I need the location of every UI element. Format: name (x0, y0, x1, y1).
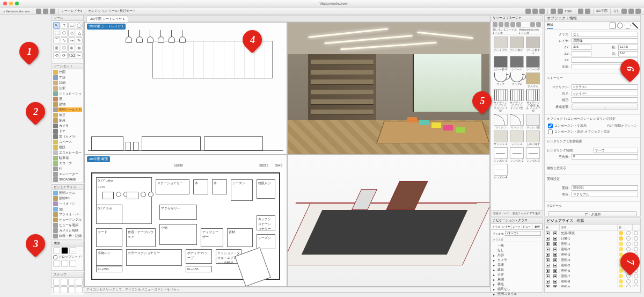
resource-item[interactable]: カップ2 (509, 73, 524, 88)
render-range-field[interactable]: すべて (594, 148, 638, 153)
on-check[interactable] (553, 285, 557, 288)
tool-button[interactable]: ⊕ (68, 45, 75, 52)
nav-tab[interactable]: シート (511, 224, 522, 229)
tool-button[interactable]: ▭ (68, 22, 75, 29)
tool-button[interactable]: ↖ (53, 22, 60, 29)
toolset-item[interactable]: スペース (53, 140, 82, 144)
on-check[interactable] (553, 237, 557, 241)
visualize-item[interactable]: ビューを選択 (53, 223, 82, 228)
class-tree-item[interactable]: ▸基礎 (492, 263, 541, 267)
toolset-item[interactable]: ドア (53, 129, 82, 134)
toolbar-icon[interactable] (36, 9, 41, 14)
tool-button[interactable]: ✎ (76, 37, 83, 44)
resource-item[interactable]: グレー新す1 (526, 37, 540, 54)
toolset-item[interactable]: 階段 (53, 145, 82, 150)
file-filter-b[interactable]: Vectorworks.vwx 1 こん後 (519, 28, 541, 34)
attr-icon[interactable] (53, 260, 60, 267)
layer-field[interactable]: 床面体 (572, 38, 638, 44)
snap-button[interactable] (53, 279, 60, 286)
on-check[interactable] (553, 242, 557, 246)
class-tree-item[interactable]: ▸建具 (492, 267, 541, 272)
view-icon[interactable] (530, 22, 535, 27)
perim-field[interactable]: マテリアル (572, 192, 638, 197)
shape-line-icon[interactable] (632, 23, 638, 28)
resource-item[interactable]: クレイボウ (493, 37, 508, 54)
resource-item[interactable]: サイディング グラ サ インチ Y型 (509, 89, 524, 112)
view-mode[interactable]: 3D/平面 (596, 9, 608, 13)
viewport-render[interactable] (287, 22, 490, 155)
resource-item[interactable]: グレー新す (509, 37, 524, 54)
dot-icon[interactable] (634, 285, 638, 287)
toolset-item[interactable]: エレベーター (53, 172, 82, 177)
toolset-item[interactable]: 寸法 (53, 75, 82, 80)
color-dot[interactable] (619, 247, 623, 251)
h-field[interactable]: 160 (618, 51, 638, 56)
toolset-item[interactable]: エスカレーター (53, 150, 82, 155)
toolbar-icon[interactable] (43, 9, 48, 14)
new-folder-button[interactable]: 新規フォルダ (513, 212, 529, 215)
dy-field[interactable] (572, 51, 591, 56)
tool-button[interactable]: ⊞ (53, 45, 60, 52)
snap-button[interactable] (76, 279, 83, 286)
dot-icon[interactable] (626, 247, 631, 251)
tool-button[interactable]: ⬚ (53, 30, 60, 37)
pen-swatch[interactable] (61, 247, 68, 254)
toolbar-icon[interactable] (558, 9, 563, 14)
offset-field[interactable] (572, 97, 638, 103)
viewport-plan[interactable]: 2D/平面 断面 16380 3645 58226 D.I.Y Labo FL=… (84, 155, 287, 287)
dx-field[interactable]: 395 (572, 45, 591, 50)
on-check[interactable] (553, 264, 557, 267)
filter-icon[interactable] (510, 22, 515, 27)
nav-tab[interactable]: ビュー (522, 224, 532, 229)
visualize-item[interactable]: 3D (53, 207, 82, 212)
visualize-item[interactable]: カメラと視線 (53, 228, 82, 233)
nav-tab[interactable]: クラス (491, 224, 501, 229)
visibility-check[interactable] (546, 280, 550, 284)
on-check[interactable] (553, 269, 557, 273)
tool-button[interactable]: △ (76, 30, 83, 37)
tool-button[interactable]: ⌒ (53, 37, 60, 44)
class-tree-item[interactable]: なし (492, 248, 541, 253)
tool-button[interactable]: ◇ (68, 30, 75, 37)
class-tree-item[interactable]: ▸縮尺なし (492, 287, 541, 292)
toolset-item[interactable]: 窓（カメラ） (53, 134, 82, 139)
snap-button[interactable] (68, 279, 75, 286)
color-dot[interactable] (619, 274, 623, 278)
zoom-window-button[interactable] (15, 2, 19, 5)
shape-rect-icon[interactable] (610, 23, 616, 28)
toolset-item[interactable]: カメラ (53, 124, 82, 128)
new-resource-button[interactable]: 新規リソース... (493, 212, 511, 215)
toolset-item[interactable]: 作図 (53, 70, 82, 75)
tool-button[interactable]: ◯ (76, 22, 83, 29)
home-icon[interactable] (493, 22, 497, 27)
visibility-check[interactable] (546, 237, 550, 241)
nav-tab[interactable]: レイヤ (501, 224, 511, 229)
viewport-3d[interactable] (287, 155, 490, 287)
light-row[interactable]: 照明-9 (545, 284, 640, 287)
resource-item[interactable]: しめい味す (526, 131, 540, 146)
class-tree-item[interactable]: ▸構造 (492, 282, 541, 287)
color-dot[interactable] (619, 231, 623, 235)
dot-icon[interactable] (634, 279, 638, 284)
resource-item[interactable]: サッシュ-1 (493, 131, 508, 146)
toolset-item[interactable]: 注釈 (53, 86, 82, 91)
light-row[interactable]: 光源-環境 (545, 230, 640, 236)
snap-button[interactable] (53, 286, 60, 293)
fwd-icon[interactable] (504, 22, 509, 27)
toolset-item[interactable]: 駐車場 (53, 156, 82, 161)
toolset-item[interactable]: 照明ツールと人影 (53, 107, 82, 112)
dropshadow-row[interactable]: ドロップシャドウ (53, 255, 82, 259)
view-tab[interactable]: 2D/平面 シートレイヤ 1 (86, 16, 128, 22)
show-components-check[interactable] (548, 124, 553, 128)
visualize-item[interactable]: 照明ステム (53, 191, 82, 195)
resource-item[interactable]: サイディング グラ サ スカンチ Y型 (493, 89, 508, 112)
snap-button[interactable] (76, 286, 83, 293)
w-field[interactable]: 114.5 (618, 45, 638, 50)
toolset-item[interactable]: 建物 (53, 102, 82, 107)
line-style[interactable]: — (69, 247, 76, 254)
class-tree-item[interactable]: ▸カメラ (492, 258, 541, 263)
nav-tab[interactable]: 参照 (532, 224, 543, 229)
on-check[interactable] (553, 248, 557, 251)
shape-circle-icon[interactable] (617, 23, 623, 28)
dot-icon[interactable] (634, 231, 638, 235)
